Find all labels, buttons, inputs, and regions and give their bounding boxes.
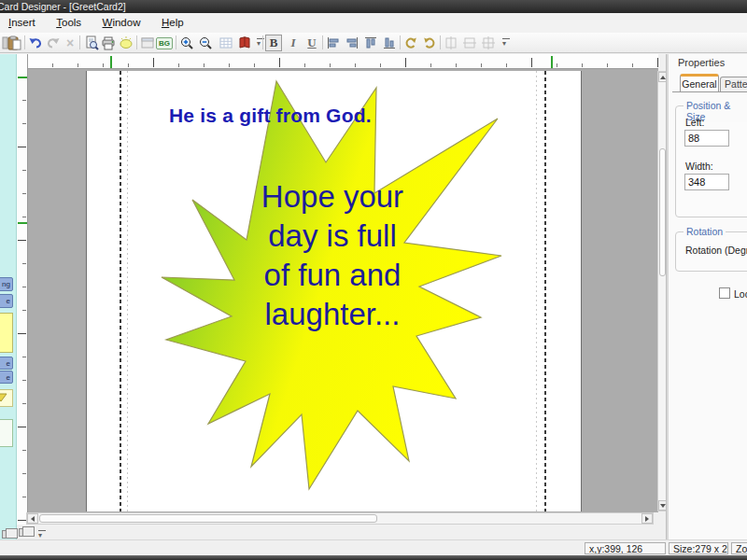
application-window: Card Designer - [GreetCard2] Insert Tool…: [0, 0, 747, 560]
window-bottom-edge: [0, 555, 747, 560]
width-label: Width:: [685, 161, 713, 172]
right-fold-guide: [536, 71, 537, 511]
tab-content-border: [672, 91, 747, 92]
undo-icon[interactable]: [27, 35, 44, 51]
print-preview-icon[interactable]: [83, 35, 100, 51]
tool-button-partial[interactable]: ng: [0, 277, 13, 291]
vertical-scroll-thumb[interactable]: [659, 148, 666, 276]
italic-button[interactable]: I: [285, 35, 302, 51]
width-input[interactable]: 348: [684, 174, 729, 190]
grid-icon[interactable]: [218, 35, 234, 51]
ruler-position-marker: [551, 56, 553, 68]
align-left-icon[interactable]: [325, 35, 342, 51]
center-both-icon[interactable]: [480, 35, 497, 51]
paste-icon[interactable]: [6, 35, 22, 51]
tool-button-partial[interactable]: e: [0, 357, 13, 370]
horizontal-ruler: [28, 54, 658, 69]
left-input[interactable]: 88: [684, 130, 729, 147]
rotate-right-icon[interactable]: [421, 35, 438, 51]
toolbar-separator: [322, 35, 323, 49]
properties-title: Properties: [678, 57, 725, 68]
background-icon[interactable]: BG: [156, 35, 173, 51]
tab-general[interactable]: General: [680, 74, 719, 91]
toolbar-separator: [176, 35, 176, 49]
lock-checkbox[interactable]: [719, 287, 730, 299]
rotation-label: Rotation: [684, 226, 726, 237]
menu-window[interactable]: Window: [94, 13, 149, 31]
object-size-status: Size:279 x 200: [669, 542, 728, 554]
shape-tool-panel: ng e e e: [0, 54, 17, 539]
card-page[interactable]: He is a gift from God. Hope your day is …: [86, 71, 582, 511]
tool-box-partial[interactable]: [0, 419, 13, 447]
toolbar-separator: [24, 35, 25, 49]
align-right-icon[interactable]: [344, 35, 360, 51]
toolbar: × BG ▾ B: [0, 33, 747, 53]
toolbar-separator: [440, 35, 441, 49]
scroll-right-button[interactable]: [641, 513, 653, 524]
toolbar-separator: [400, 35, 401, 49]
menu-insert[interactable]: Insert: [0, 13, 44, 31]
design-canvas[interactable]: He is a gift from God. Hope your day is …: [28, 69, 658, 512]
tool-button-partial[interactable]: e: [0, 294, 13, 308]
bold-button[interactable]: B: [265, 35, 282, 51]
menu-bar: Insert Tools Window Help: [0, 13, 747, 33]
left-margin-guide: [120, 71, 121, 511]
ruler-position-marker: [110, 56, 112, 68]
print-icon[interactable]: [100, 35, 117, 51]
left-label: Left:: [685, 117, 704, 128]
arrange-front-icon[interactable]: [19, 528, 29, 537]
zoom-status: Zoo: [731, 542, 747, 554]
cursor-position-status: x,y:399, 126: [585, 542, 666, 554]
menu-help[interactable]: Help: [153, 13, 192, 31]
left-fold-guide: [127, 71, 128, 511]
underline-button[interactable]: U: [303, 35, 320, 51]
toolbar-separator: [136, 35, 137, 49]
align-top-icon[interactable]: [362, 35, 379, 51]
toolbar-overflow-icon[interactable]: ▾: [498, 35, 514, 51]
right-margin-guide: [544, 71, 546, 511]
card-header-text[interactable]: He is a gift from God.: [169, 105, 372, 127]
tool-button-partial[interactable]: e: [0, 371, 13, 384]
status-bar: x,y:399, 126 Size:279 x 200 Zoo: [0, 539, 747, 555]
center-horizontal-icon[interactable]: [443, 35, 459, 51]
align-bottom-icon[interactable]: [381, 35, 398, 51]
center-vertical-icon[interactable]: [461, 35, 478, 51]
properties-icon[interactable]: [139, 35, 156, 51]
window-title: Card Designer - [GreetCard2]: [0, 1, 126, 12]
tab-pattern[interactable]: Pattern: [720, 77, 747, 91]
envelope-icon[interactable]: [0, 389, 13, 407]
zoom-in-icon[interactable]: [178, 35, 195, 51]
zoom-out-icon[interactable]: [197, 35, 214, 51]
ruler-position-marker: [18, 222, 27, 224]
rotate-left-icon[interactable]: [402, 35, 419, 51]
toolbar-separator: [79, 35, 80, 49]
rotation-degree-label: Rotation (Degree): [685, 245, 747, 256]
menu-tools[interactable]: Tools: [48, 13, 90, 31]
ruler-position-marker: [18, 77, 27, 78]
redo-icon[interactable]: [45, 35, 62, 51]
delete-icon[interactable]: ×: [62, 35, 78, 51]
horizontal-scrollbar[interactable]: [26, 512, 654, 525]
vertical-ruler: [17, 54, 28, 525]
lock-label: Lock: [734, 288, 747, 300]
horizontal-scroll-thumb[interactable]: [39, 514, 377, 523]
lamp-icon[interactable]: [118, 35, 134, 51]
scroll-left-button[interactable]: [27, 513, 38, 524]
card-message-text[interactable]: Hope your day is full of fun and laughte…: [220, 177, 444, 334]
properties-panel: Properties General Pattern Position & Si…: [669, 54, 747, 539]
title-bar[interactable]: Card Designer - [GreetCard2]: [0, 0, 747, 13]
color-swatch-yellow[interactable]: [0, 313, 13, 353]
toolbar-separator: [262, 35, 263, 49]
arrange-back-icon[interactable]: [2, 530, 12, 539]
help-book-icon[interactable]: [236, 35, 253, 51]
